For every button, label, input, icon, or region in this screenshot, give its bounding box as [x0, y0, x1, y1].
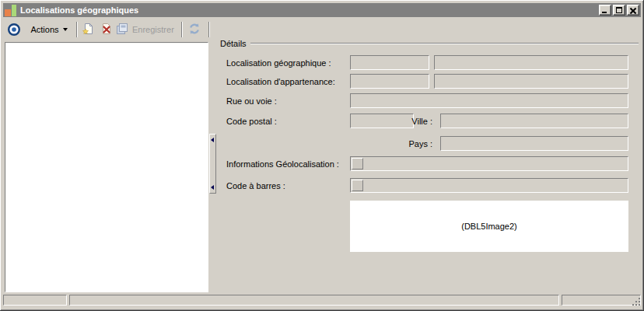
maximize-icon: [616, 7, 622, 13]
collapse-left-icon: [211, 138, 214, 142]
image-placeholder-box: (DBL5Image2): [350, 201, 628, 252]
localisation-appartenance-name-input[interactable]: [434, 74, 628, 89]
refresh-icon: [188, 23, 201, 37]
app-icon: [5, 5, 17, 16]
chevron-down-icon: [63, 28, 68, 31]
field-label-localisation-geographique: Localisation géographique :: [226, 58, 331, 68]
localisation-geographique-code-input[interactable]: [350, 55, 429, 70]
window-title: Localisations géographiques: [20, 5, 138, 15]
localisation-appartenance-code-input[interactable]: [350, 74, 429, 89]
app-window: Localisations géographiques Actions: [0, 0, 644, 311]
geolocalisation-field[interactable]: [350, 156, 628, 171]
actions-button-label: Actions: [30, 25, 58, 34]
new-item-button[interactable]: [79, 21, 96, 38]
details-group-border: [250, 43, 639, 44]
status-bar: [2, 294, 642, 307]
new-item-icon: [82, 23, 94, 37]
field-label-code-a-barres: Code à barres :: [226, 181, 285, 190]
status-panel: [562, 295, 641, 306]
close-button[interactable]: [627, 5, 639, 16]
delete-icon: [100, 23, 113, 37]
code-a-barres-field[interactable]: [350, 178, 628, 193]
minimize-button[interactable]: [599, 5, 611, 16]
details-group-legend: Détails: [220, 39, 247, 48]
save-icon: [116, 23, 128, 37]
collapse-left-icon: [211, 185, 214, 190]
field-label-ville: Ville :: [386, 117, 432, 126]
localisation-geographique-name-input[interactable]: [434, 55, 628, 70]
splitter-collapse-handle[interactable]: [209, 134, 216, 194]
save-button-label: Enregistrer: [132, 25, 174, 34]
field-label-code-postal: Code postal :: [226, 117, 277, 126]
pays-input[interactable]: [440, 136, 628, 151]
resize-grip[interactable]: [631, 296, 641, 306]
field-label-localisation-appartenance: Localisation d'appartenance:: [226, 77, 335, 86]
close-icon: [630, 8, 636, 13]
field-label-informations-geolocalisation: Informations Géolocalisation :: [226, 159, 339, 169]
toolbar-separator: [181, 22, 183, 37]
code-a-barres-picker-button[interactable]: [352, 180, 363, 191]
field-label-pays: Pays :: [386, 139, 432, 149]
field-label-rue-ou-voie: Rue ou voie :: [226, 96, 277, 106]
titlebar[interactable]: Localisations géographiques: [3, 3, 641, 17]
refresh-button[interactable]: [185, 21, 204, 38]
locations-listbox[interactable]: [5, 42, 208, 292]
ville-input[interactable]: [440, 114, 628, 128]
delete-button[interactable]: [97, 21, 115, 38]
rue-ou-voie-input[interactable]: [350, 93, 628, 108]
app-icon-green-bar: [12, 5, 16, 16]
app-icon-orange-bar: [5, 9, 11, 16]
toolbar-separator: [208, 22, 210, 37]
toolbar-separator: [76, 22, 78, 37]
status-panel: [69, 295, 559, 306]
status-panel: [3, 295, 67, 306]
actions-button[interactable]: Actions: [24, 21, 74, 38]
image-placeholder-text: (DBL5Image2): [461, 222, 517, 231]
save-button[interactable]: Enregistrer: [116, 21, 178, 38]
geolocalisation-picker-button[interactable]: [352, 158, 363, 169]
bullseye-icon: [6, 21, 22, 38]
maximize-button[interactable]: [613, 5, 625, 16]
toolbar: Actions: [2, 18, 642, 41]
minimize-icon: [602, 12, 607, 13]
